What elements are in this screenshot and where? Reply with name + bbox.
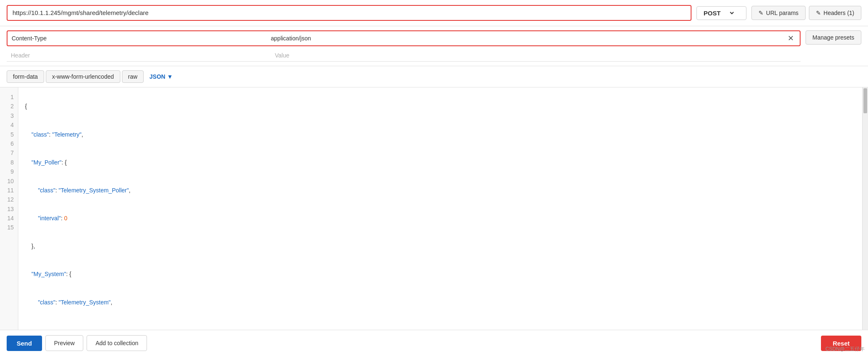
top-buttons: ✎ URL params ✎ Headers (1) xyxy=(751,6,861,20)
vertical-scrollbar[interactable] xyxy=(862,87,868,330)
code-editor: 1 2 3 4 5 6 7 8 9 10 11 12 13 14 15 { "c… xyxy=(0,87,868,330)
bottom-left-actions: Send Preview Add to collection xyxy=(7,335,147,351)
method-select-wrapper[interactable]: POST GET PUT DELETE PATCH xyxy=(696,6,746,20)
send-button[interactable]: Send xyxy=(7,336,42,351)
active-header-row[interactable]: ✕ xyxy=(7,30,801,46)
header-key-input[interactable] xyxy=(12,35,268,42)
preview-button[interactable]: Preview xyxy=(45,335,84,351)
manage-presets-button[interactable]: Manage presets xyxy=(806,30,861,45)
json-dropdown-icon: ▼ xyxy=(167,73,173,80)
url-encoded-tab[interactable]: x-www-form-urlencoded xyxy=(46,70,120,83)
manage-presets-label: Manage presets xyxy=(813,34,854,41)
raw-tab[interactable]: raw xyxy=(122,70,144,83)
url-bar: POST GET PUT DELETE PATCH ✎ URL params ✎… xyxy=(0,0,868,26)
line-numbers: 1 2 3 4 5 6 7 8 9 10 11 12 13 14 15 xyxy=(0,87,18,330)
empty-header-row: Header Value xyxy=(7,50,801,62)
scrollbar-thumb[interactable] xyxy=(863,88,867,113)
url-params-button[interactable]: ✎ URL params xyxy=(751,6,806,20)
url-input[interactable] xyxy=(12,9,686,16)
watermark: CSDN@二五仔年 xyxy=(826,346,865,353)
headers-section: ✕ Header Value Manage presets xyxy=(0,26,868,66)
value-placeholder: Value xyxy=(275,52,796,59)
json-tab[interactable]: JSON ▼ xyxy=(145,71,177,82)
method-select[interactable]: POST GET PUT DELETE PATCH xyxy=(702,9,735,17)
url-params-label: URL params xyxy=(766,10,798,16)
header-remove-button[interactable]: ✕ xyxy=(786,34,796,43)
headers-left: ✕ Header Value xyxy=(7,30,801,62)
bottom-bar: Send Preview Add to collection Reset xyxy=(0,330,868,356)
form-data-tab[interactable]: form-data xyxy=(7,70,44,83)
header-value-input[interactable] xyxy=(271,35,783,42)
headers-icon: ✎ xyxy=(816,10,821,16)
code-content[interactable]: { "class": "Telemetry", "My_Poller": { "… xyxy=(18,87,862,330)
url-input-wrapper[interactable] xyxy=(7,5,691,21)
body-type-bar: form-data x-www-form-urlencoded raw JSON… xyxy=(0,66,868,87)
headers-label: Headers (1) xyxy=(823,10,854,16)
headers-button[interactable]: ✎ Headers (1) xyxy=(809,6,861,20)
add-to-collection-button[interactable]: Add to collection xyxy=(87,335,147,351)
header-placeholder: Header xyxy=(11,52,271,59)
url-params-icon: ✎ xyxy=(759,10,764,16)
